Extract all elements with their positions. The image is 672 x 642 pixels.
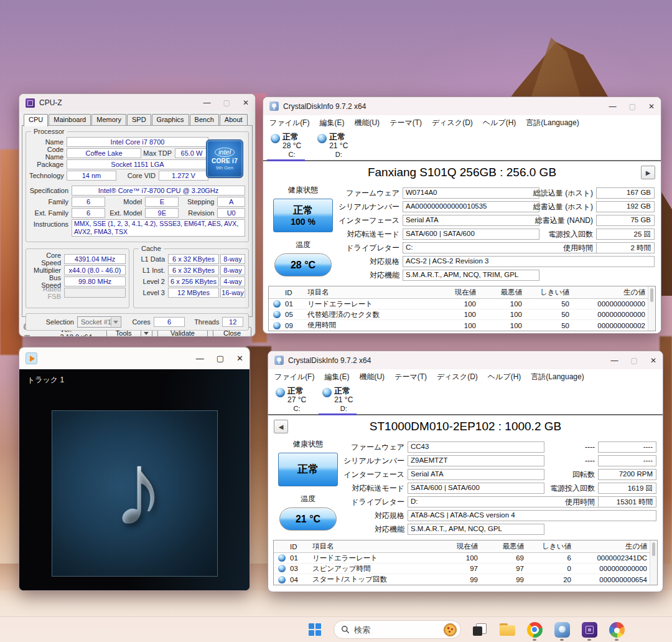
package-label: Package (29, 161, 67, 168)
drive-tab[interactable]: 正常 27 °C C: (272, 386, 310, 414)
temperature-button[interactable]: 21 °C (279, 507, 337, 531)
disk-field-row: 対応機能 S.M.A.R.T., APM, NCQ, GPL (343, 522, 658, 536)
table-scrollbar[interactable] (650, 541, 657, 585)
col-current: 現在値 (433, 542, 484, 551)
drive-tab[interactable]: 正常 21 °C D: (314, 132, 352, 160)
task-view-button[interactable] (471, 621, 488, 638)
menu-item[interactable]: 編集(E) (324, 372, 349, 382)
cpuz-tab[interactable]: Memory (91, 114, 126, 125)
paint-button[interactable] (608, 621, 625, 638)
menu-item[interactable]: 言語(Language) (531, 372, 584, 382)
menu-item[interactable]: 機能(U) (359, 372, 385, 382)
file-explorer-button[interactable] (498, 621, 516, 638)
cdi1-titlebar[interactable]: CrystalDiskInfo 9.7.2 x64 — ▢ ✕ (263, 97, 661, 115)
smart-attribute-row[interactable]: 09 使用時間 100 100 50 000000000002 (269, 320, 655, 331)
socket-selection-value: Socket #1 (81, 318, 111, 326)
smart-attribute-row[interactable]: 04 スタート/ストップ回数 99 99 20 000000000654 (274, 574, 657, 585)
menu-item[interactable]: ファイル(F) (269, 118, 309, 128)
attr-raw: 000000000654 (577, 576, 657, 583)
cpuz-tab[interactable]: About (220, 114, 248, 125)
attr-raw: 000000000002 (576, 322, 655, 329)
previous-disk-button[interactable]: ◀ (274, 420, 288, 433)
menu-item[interactable]: ディスク(D) (437, 372, 478, 382)
crystaldiskinfo-button[interactable] (553, 621, 571, 638)
cdi1-window-title: CrystalDiskInfo 9.7.2 x64 (283, 102, 366, 111)
minimize-icon[interactable]: — (611, 357, 618, 364)
cpuz-tab[interactable]: CPU (24, 114, 48, 126)
clock-row: Core Speed 4391.04 MHz (29, 254, 126, 264)
crystaldiskinfo-app-icon (274, 356, 284, 365)
cpuz-titlebar[interactable]: CPU-Z — ▢ ✕ (19, 94, 255, 111)
start-button[interactable] (306, 621, 324, 638)
menu-item[interactable]: テーマ(T) (394, 372, 427, 382)
maximize-icon[interactable]: ▢ (223, 99, 230, 106)
table-scrollbar[interactable] (648, 286, 655, 331)
search-box[interactable] (334, 620, 461, 639)
attr-threshold: 6 (530, 554, 577, 562)
maximize-icon[interactable]: ▢ (217, 354, 224, 362)
disk-stat-row: 電源投入回数 25 回 (510, 227, 655, 241)
health-status-button[interactable]: 正常 100 % (273, 199, 333, 232)
cpuz-tab[interactable]: Graphics (152, 114, 189, 125)
menu-item[interactable]: テーマ(T) (390, 118, 422, 128)
drive-tab[interactable]: 正常 28 °C C: (267, 132, 305, 160)
minimize-icon[interactable]: — (609, 103, 617, 110)
menu-item[interactable]: 機能(U) (354, 118, 380, 128)
player-titlebar[interactable]: — ▢ ✕ (19, 347, 250, 369)
close-icon[interactable]: ✕ (648, 103, 655, 110)
cpuz-tab[interactable]: Bench (190, 114, 219, 125)
disk-stat-row: 総書込量 (NAND) 75 GB (510, 214, 655, 227)
attr-name: スピンアップ時間 (311, 564, 433, 574)
maximize-icon[interactable]: ▢ (631, 357, 638, 364)
clock-value: 4391.04 MHz (64, 254, 126, 264)
cpuz-tab[interactable]: SPD (127, 114, 151, 125)
smart-attribute-row[interactable]: 01 リードエラーレート 100 100 50 000000000000 (269, 299, 655, 309)
cpuz-tab[interactable]: Mainboard (49, 114, 91, 125)
search-input[interactable] (354, 625, 439, 635)
menu-item[interactable]: ヘルプ(H) (483, 118, 516, 128)
col-worst: 最悪値 (484, 542, 530, 551)
disk-stat-row: 総読込量 (ホスト) 167 GB (510, 186, 655, 200)
cpuz-button[interactable] (581, 621, 598, 638)
smart-attribute-row[interactable]: 05 代替処理済のセクタ数 100 100 50 000000000000 (269, 309, 655, 320)
cdi2-titlebar[interactable]: CrystalDiskInfo 9.7.2 x64 — ▢ ✕ (268, 351, 663, 369)
drive-temp: 28 °C (282, 142, 301, 151)
close-icon[interactable]: ✕ (243, 99, 249, 106)
menu-item[interactable]: ファイル(F) (274, 372, 314, 382)
next-disk-button[interactable]: ▶ (641, 166, 655, 179)
health-status-button[interactable]: 正常 (278, 453, 338, 486)
menu-item[interactable]: 言語(Language) (526, 118, 579, 128)
attr-id: 05 (285, 311, 306, 318)
intel-core-i7-badge-icon: intel CORE i7 9th Gen (206, 139, 243, 178)
disk-stat-row: 回転数 7200 RPM (512, 468, 656, 481)
core-vid-value: 1.272 V (159, 171, 208, 181)
media-player-window: — ▢ ✕ トラック 1 ♪ (19, 347, 250, 591)
field-label: 対応転送モード (343, 483, 408, 494)
smart-attribute-row[interactable]: 01 リードエラーレート 100 69 6 0000002341DC (274, 553, 657, 564)
smart-attribute-row[interactable]: 03 スピンアップ時間 97 97 0 000000000000 (274, 564, 657, 574)
close-icon[interactable]: ✕ (650, 357, 656, 364)
ext-family-label: Ext. Family (29, 209, 72, 217)
maximize-icon[interactable]: ▢ (629, 103, 636, 110)
specification-value: Intel® Core™ i7-8700 CPU @ 3.20GHz (72, 186, 245, 196)
menu-item[interactable]: ディスク(D) (432, 118, 473, 128)
cdi2-menubar: ファイル(F)編集(E)機能(U)テーマ(T)ディスク(D)ヘルプ(H)言語(L… (268, 369, 663, 384)
drive-tab[interactable]: 正常 21 °C D: (319, 386, 357, 414)
family-label: Family (29, 198, 72, 205)
field-label: シリアルナンバー (338, 202, 403, 212)
attr-id: 01 (285, 300, 306, 308)
minimize-icon[interactable]: — (196, 354, 204, 362)
menu-item[interactable]: ヘルプ(H) (488, 372, 521, 382)
socket-selection-dropdown[interactable]: Socket #1 (77, 316, 121, 328)
taskbar (0, 616, 672, 642)
ext-model-label: Ext. Model (105, 209, 145, 217)
minimize-icon[interactable]: — (203, 99, 211, 106)
selection-label: Selection (31, 318, 77, 326)
chrome-button[interactable] (526, 621, 543, 638)
music-note-icon: ♪ (113, 437, 165, 541)
close-icon[interactable]: ✕ (236, 354, 243, 362)
cdi2-content: 健康状態 正常 温度 21 °C ファームウェア CC43 (268, 438, 663, 536)
cdi1-model-row: Fanxiang S101Q 256GB : 256.0 GB ▶ (263, 161, 661, 184)
temperature-button[interactable]: 28 °C (274, 253, 332, 276)
menu-item[interactable]: 編集(E) (319, 118, 344, 128)
